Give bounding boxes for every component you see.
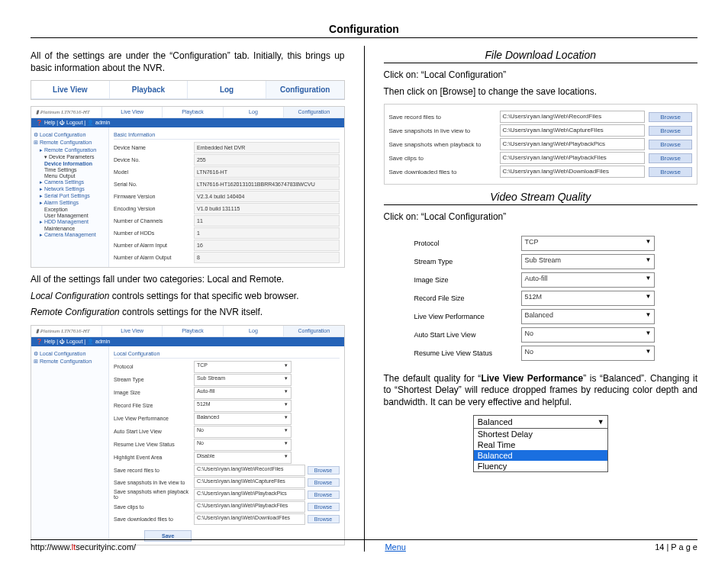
inp-path-snap[interactable]: C:\Users\ryan.lang\Web\CaptureFiles — [194, 477, 305, 488]
text-default-quality: The default quality for “Live View Perfo… — [384, 373, 698, 409]
main-tabs-shot: Live View Playback Log Configuration — [31, 80, 345, 100]
sidebar2-local[interactable]: Local Configuration — [34, 351, 106, 357]
browse-button-1[interactable]: Browse — [308, 466, 340, 475]
mini-tab-live[interactable]: Live View — [101, 107, 162, 117]
sidebar-user[interactable]: User Management — [44, 213, 106, 218]
val-hdd: 1 — [194, 227, 340, 239]
mini-tab-log[interactable]: Log — [223, 107, 283, 117]
q-lab-res: Resume Live View Status — [414, 349, 521, 357]
sel-img[interactable]: Auto-fill — [194, 387, 292, 399]
sel-res[interactable]: No — [194, 439, 292, 451]
dropdown-selected[interactable]: Balanced — [474, 416, 607, 429]
dropdown-example[interactable]: Balanced Shortest Delay Real Time Balanc… — [473, 415, 608, 472]
mini2-live[interactable]: Live View — [101, 326, 162, 336]
dl-lab-rec: Save record files to — [389, 114, 500, 121]
lab-img: Image Size — [114, 390, 194, 395]
page-title: Configuration — [31, 23, 697, 38]
sel-auto[interactable]: No — [194, 426, 292, 438]
sidebar-hdd[interactable]: ▸ HDD Management — [40, 219, 106, 225]
browse-button-2[interactable]: Browse — [308, 478, 340, 487]
q-sel-res[interactable]: No — [521, 346, 655, 361]
dropdown-opt-fluency[interactable]: Fluency — [474, 461, 607, 471]
label-devname: Device Name — [114, 145, 194, 150]
dropdown-opt-shortest[interactable]: Shortest Delay — [474, 429, 607, 439]
lab-stream: Stream Type — [114, 377, 194, 382]
tab-live-view[interactable]: Live View — [31, 81, 110, 98]
browse-button-4[interactable]: Browse — [308, 503, 340, 511]
dl-browse-4[interactable]: Browse — [649, 153, 692, 163]
q-sel-img[interactable]: Auto-fill — [521, 272, 655, 288]
mini-tab-config[interactable]: Configuration — [283, 107, 343, 117]
tab-log[interactable]: Log — [188, 81, 266, 98]
sidebar2-remote[interactable]: ⊞ Remote Configuration — [34, 359, 106, 365]
q-sel-rec[interactable]: 512M — [521, 291, 655, 306]
dropdown-opt-balanced[interactable]: Balanced — [474, 450, 607, 461]
sidebar-maint[interactable]: Maintenance — [44, 226, 106, 231]
browse-button-3[interactable]: Browse — [308, 491, 340, 499]
lab-path-rec: Save record files to — [114, 468, 194, 473]
page-number: 14 | P a g e — [655, 542, 697, 552]
sel-hl[interactable]: Disable — [194, 452, 292, 464]
inp-path-snap2[interactable]: C:\Users\ryan.lang\Web\PlaybackPics — [194, 489, 305, 500]
intro-text: All of the settings are under the “Confi… — [31, 50, 345, 74]
val-ai: 16 — [194, 240, 340, 251]
dropdown-opt-realtime[interactable]: Real Time — [474, 439, 607, 450]
sel-proto[interactable]: TCP — [194, 361, 292, 373]
dl-lab-clips: Save clips to — [389, 155, 500, 162]
sidebar-devinfo[interactable]: Device Information — [44, 161, 106, 166]
browse-button-5[interactable]: Browse — [308, 515, 340, 523]
section-basic-info: Basic Information — [114, 130, 340, 140]
screenshot-basic-info: ▮ Platinum LTN7616-HT Live View Playback… — [31, 106, 345, 268]
column-divider — [364, 46, 365, 552]
menu-link[interactable]: Menu — [385, 542, 406, 552]
dl-browse-2[interactable]: Browse — [649, 126, 692, 136]
sel-rec[interactable]: 512M — [194, 400, 292, 412]
val-serial: LTN7616-HT1620131011BBRR436747838WCVU — [194, 179, 340, 190]
sidebar-devparam[interactable]: ▾ Device Parameters — [44, 154, 106, 160]
sidebar-remote[interactable]: ⊞ Remote Configuration — [34, 140, 106, 146]
sel-lvp[interactable]: Balanced — [194, 413, 292, 425]
sidebar-remote2[interactable]: ▸ Remote Configuration — [40, 147, 106, 153]
heading-video-quality: Video Stream Quality — [384, 191, 698, 205]
sidebar-camera[interactable]: ▸ Camera Settings — [40, 179, 106, 185]
dl-inp-clips[interactable]: C:\Users\ryan.lang\Web\PlaybackFiles — [500, 152, 646, 164]
q-sel-lvp[interactable]: Balanced — [521, 309, 655, 324]
dl-browse-1[interactable]: Browse — [649, 112, 692, 122]
tab-playback[interactable]: Playback — [110, 81, 188, 98]
sidebar-network[interactable]: ▸ Network Settings — [40, 186, 106, 192]
dl-browse-5[interactable]: Browse — [649, 167, 692, 177]
sel-stream[interactable]: Sub Stream — [194, 374, 292, 386]
mini2-config[interactable]: Configuration — [283, 326, 343, 336]
inp-path-clips[interactable]: C:\Users\ryan.lang\Web\PlaybackFiles — [194, 501, 305, 513]
val-devname: Embedded Net DVR — [194, 142, 340, 153]
q-sel-auto[interactable]: No — [521, 327, 655, 343]
dl-browse-3[interactable]: Browse — [649, 140, 692, 150]
q-sel-stream[interactable]: Sub Stream — [521, 254, 655, 269]
sidebar-menu[interactable]: Menu Output — [44, 173, 106, 179]
dl-inp-rec[interactable]: C:\Users\ryan.lang\Web\RecordFiles — [500, 111, 646, 123]
sidebar-time[interactable]: Time Settings — [44, 167, 106, 172]
mini-tab-playback[interactable]: Playback — [162, 107, 222, 117]
sidebar-alarm[interactable]: ▸ Alarm Settings — [40, 200, 106, 206]
dl-lab-snap: Save snapshots in live view to — [389, 127, 500, 134]
q-sel-proto[interactable]: TCP — [521, 236, 655, 251]
mini2-playback[interactable]: Playback — [162, 326, 222, 336]
dl-inp-snap[interactable]: C:\Users\ryan.lang\Web\CaptureFiles — [500, 124, 646, 137]
dl-inp-snap2[interactable]: C:\Users\ryan.lang\Web\PlaybackPics — [500, 138, 646, 150]
lab-res: Resume Live View Status — [114, 442, 194, 447]
sidebar-exception[interactable]: Exception — [44, 207, 106, 212]
inp-path-dl[interactable]: C:\Users\ryan.lang\Web\DownloadFiles — [194, 513, 305, 525]
mini2-log[interactable]: Log — [223, 326, 283, 336]
inp-path-rec[interactable]: C:\Users\ryan.lang\Web\RecordFiles — [194, 465, 305, 476]
lab-path-dl: Save downloaded files to — [114, 516, 194, 522]
val-ao: 8 — [194, 252, 340, 263]
sidebar-cammgmt[interactable]: ▸ Camera Management — [40, 232, 106, 238]
val-model: LTN7616-HT — [194, 166, 340, 178]
lab-path-snap2: Save snapshots when playback to — [114, 489, 194, 500]
header-bar: ❓ Help | ⏻ Logout | 👤 admin — [31, 118, 344, 127]
header-bar-2: ❓ Help | ⏻ Logout | 👤 admin — [31, 337, 344, 346]
sidebar-serial[interactable]: ▸ Serial Port Settings — [40, 193, 106, 199]
tab-configuration[interactable]: Configuration — [266, 81, 344, 98]
sidebar-local[interactable]: Local Configuration — [34, 132, 106, 138]
dl-inp-dl[interactable]: C:\Users\ryan.lang\Web\DownloadFiles — [500, 166, 646, 178]
